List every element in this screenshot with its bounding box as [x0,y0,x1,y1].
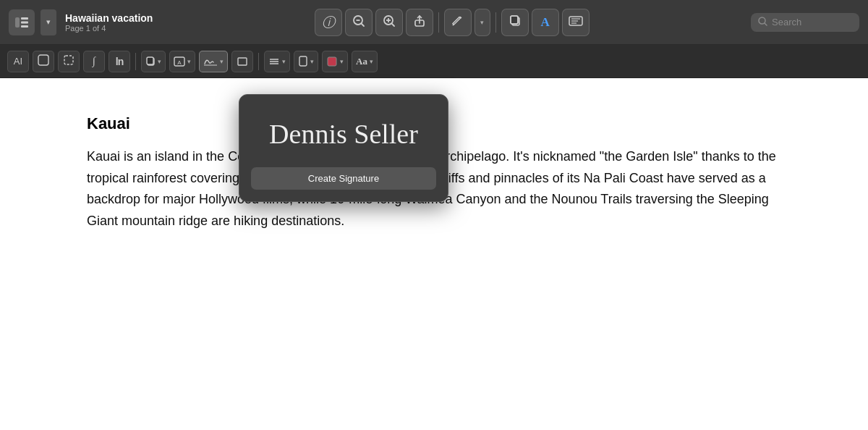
ann-sig-chevron-icon: ▾ [220,58,224,65]
ann-font-chevron-icon: ▾ [370,58,373,65]
ann-color-button[interactable]: ▾ [322,51,348,72]
smart-lasso-icon [38,54,49,68]
svg-line-10 [392,24,394,26]
svg-rect-25 [147,57,153,64]
ann-copy-button[interactable]: ▾ [141,51,166,72]
svg-rect-2 [21,21,28,23]
toolbar-separator-1 [438,12,439,33]
svg-rect-29 [238,58,247,65]
search-area [751,13,859,32]
toolbar-center: ⓘ [158,9,745,36]
ann-separator-2 [258,53,259,70]
document-title-area: Hawaiian vacation Page 1 of 4 [65,12,153,33]
svg-rect-3 [21,25,28,28]
textbox-button[interactable] [562,9,590,36]
textbox-icon [569,16,583,29]
ai-button[interactable]: AI [7,51,29,72]
svg-rect-1 [21,17,28,20]
ann-page-chevron-icon: ▾ [310,58,314,65]
search-input[interactable] [772,17,844,28]
ann-color-chevron-icon: ▾ [340,58,344,65]
share-button[interactable] [406,9,433,36]
ann-lines-chevron-icon: ▾ [282,58,286,65]
smart-lasso-button[interactable] [33,51,54,72]
svg-rect-33 [299,56,307,66]
title-bar: ▾ Hawaiian vacation Page 1 of 4 ⓘ [0,0,868,45]
markup-pen-button[interactable] [444,9,472,36]
signature-popup: Dennis Seller Create Signature [239,94,448,202]
freehand-pen-icon: ∫ [93,55,95,67]
svg-rect-22 [38,55,48,65]
ai-label: AI [14,56,22,67]
ann-font-label: Aa [356,56,367,67]
document-subtitle: Page 1 of 4 [65,24,153,33]
zoom-in-icon [383,14,396,30]
ann-text-button[interactable]: A ▾ [169,51,195,72]
svg-line-21 [765,23,767,25]
toolbar-separator-2 [495,12,496,33]
sidebar-toggle-button[interactable] [9,9,35,35]
zoom-out-button[interactable] [345,9,373,36]
annotations-button[interactable]: A [532,9,559,36]
pen-icon [451,14,464,30]
freehand-pen-button[interactable]: ∫ [83,51,105,72]
zoom-in-button[interactable] [375,9,403,36]
svg-line-6 [362,24,364,26]
signature-preview-text: Dennis Seller [269,118,418,150]
signature-canvas-area: Dennis Seller [239,95,448,167]
zoom-out-icon [352,14,365,30]
chevron-down-icon: ▾ [480,19,484,26]
ann-copy-chevron-icon: ▾ [158,58,161,65]
chevron-down-icon: ▾ [46,17,51,27]
ann-font-button[interactable]: Aa ▾ [352,51,378,72]
share-icon [414,14,425,30]
svg-rect-23 [64,56,73,64]
ann-rect-button[interactable] [231,51,253,72]
info-icon: ⓘ [322,14,335,31]
ann-signature-button[interactable]: ▾ [199,51,228,72]
info-button[interactable]: ⓘ [315,9,342,36]
copy-icon [509,14,521,30]
svg-rect-14 [511,16,518,24]
svg-rect-0 [15,17,20,28]
rect-select-button[interactable] [58,51,80,72]
annotations-icon: A [541,15,550,30]
svg-text:A: A [177,59,182,66]
annotation-bar: AI ∫ ln ▾ A [0,45,868,78]
stylus-button[interactable]: ln [109,51,130,72]
pen-chevron-button[interactable]: ▾ [475,9,490,36]
ann-lines-button[interactable]: ▾ [264,51,290,72]
copy-pages-button[interactable] [501,9,529,36]
create-signature-button[interactable]: Create Signature [251,167,436,190]
rect-select-icon [63,54,75,68]
sidebar-chevron-button[interactable]: ▾ [41,9,56,35]
svg-rect-34 [328,57,336,66]
stylus-icon: ln [116,56,123,67]
search-icon [758,17,767,28]
ann-page-button[interactable]: ▾ [294,51,318,72]
ann-text-chevron-icon: ▾ [187,58,191,65]
ann-separator-1 [135,53,136,70]
document-title: Hawaiian vacation [65,12,153,24]
